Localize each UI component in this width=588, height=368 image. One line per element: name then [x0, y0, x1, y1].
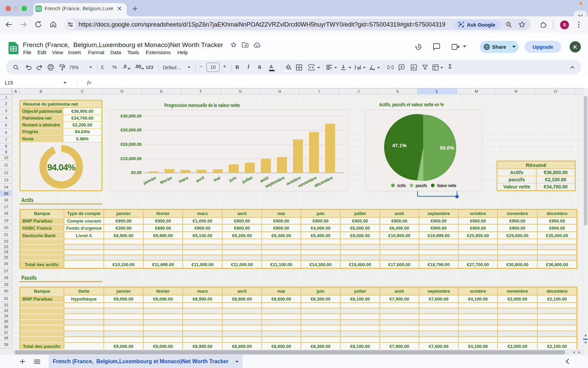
svg-text:€0.00: €0.00: [131, 170, 142, 175]
svg-text:47.1%: 47.1%: [392, 143, 407, 148]
svg-text:passifs: passifs: [415, 183, 427, 188]
svg-text:50.0%: 50.0%: [440, 145, 454, 151]
svg-text:mars: mars: [178, 175, 189, 184]
svg-text:juillet: juillet: [241, 175, 253, 184]
svg-text:décembre: décembre: [314, 175, 334, 188]
svg-text:août: août: [259, 175, 270, 183]
svg-text:€20,000.00: €20,000.00: [120, 142, 142, 147]
svg-text:€10,000.00: €10,000.00: [120, 156, 142, 161]
svg-text:94.04%: 94.04%: [47, 162, 76, 172]
svg-text:avril: avril: [195, 175, 205, 183]
svg-text:mai: mai: [213, 175, 221, 183]
svg-text:Valeur nette: Valeur nette: [437, 183, 457, 188]
svg-text:juin: juin: [228, 175, 237, 183]
svg-text:janvier: janvier: [142, 175, 157, 186]
svg-text:€30,000.00: €30,000.00: [120, 128, 142, 133]
svg-text:février: février: [159, 175, 173, 185]
svg-text:€40,000.00: €40,000.00: [120, 114, 142, 119]
svg-text:Actifs: Actifs: [397, 183, 406, 188]
